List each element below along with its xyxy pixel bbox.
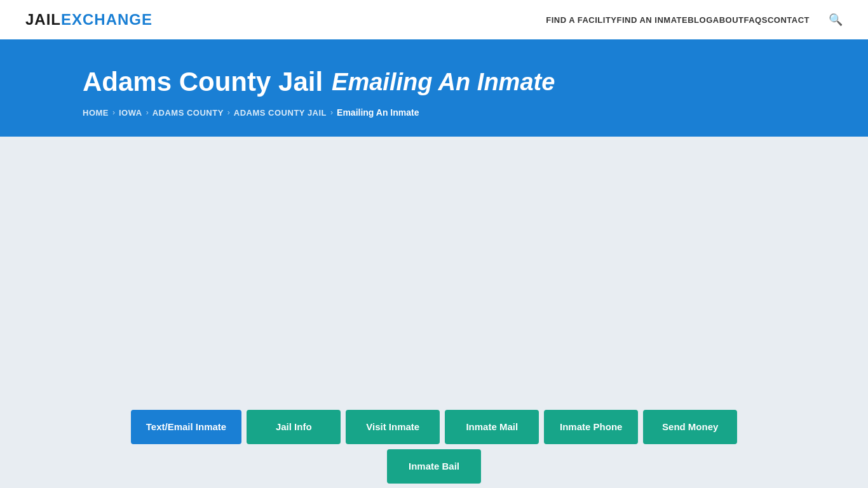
tab-btn-text-email-inmate[interactable]: Text/Email Inmate <box>131 410 241 444</box>
tabs-section: Text/Email InmateJail InfoVisit InmateIn… <box>0 410 868 488</box>
hero-section: Adams County Jail Emailing An Inmate Hom… <box>0 41 868 137</box>
tab-btn-inmate-bail[interactable]: Inmate Bail <box>387 449 481 484</box>
search-button[interactable]: 🔍 <box>829 13 843 27</box>
breadcrumb-link-iowa[interactable]: Iowa <box>119 108 142 118</box>
breadcrumb-link-adams-county[interactable]: Adams County <box>153 108 224 118</box>
tab-btn-jail-info[interactable]: Jail Info <box>247 410 341 444</box>
nav-item-faqs[interactable]: FAQs <box>744 15 768 25</box>
nav-item-blog[interactable]: BLOG <box>688 15 713 25</box>
nav-item-find-inmate[interactable]: FIND AN INMATE <box>617 15 688 25</box>
tab-btn-inmate-mail[interactable]: Inmate Mail <box>445 410 539 444</box>
breadcrumb-separator: › <box>146 108 149 117</box>
logo-jail: JAIL <box>25 11 61 28</box>
breadcrumb-separator: › <box>112 108 115 117</box>
page-title-sub: Emailing An Inmate <box>332 69 555 96</box>
tab-btn-inmate-phone[interactable]: Inmate Phone <box>544 410 638 444</box>
breadcrumb: Home›Iowa›Adams County›Adams County Jail… <box>83 107 785 118</box>
main-content-area <box>0 137 868 410</box>
page-title-main: Adams County Jail <box>83 67 323 97</box>
tab-btn-visit-inmate[interactable]: Visit Inmate <box>346 410 440 444</box>
breadcrumb-separator: › <box>227 108 230 117</box>
tab-btn-send-money[interactable]: Send Money <box>643 410 737 444</box>
main-nav: FIND A FACILITYFIND AN INMATEBLOGABOUTFA… <box>546 13 843 27</box>
page-title: Adams County Jail Emailing An Inmate <box>83 67 785 97</box>
nav-item-contact[interactable]: CONTACT <box>768 15 810 25</box>
site-logo[interactable]: JAILEXCHANGE <box>25 11 153 29</box>
nav-item-find-facility[interactable]: FIND A FACILITY <box>546 15 616 25</box>
logo-exchange: EXCHANGE <box>61 11 153 28</box>
nav-item-about[interactable]: ABOUT <box>713 15 744 25</box>
tabs-row-1: Text/Email InmateJail InfoVisit InmateIn… <box>83 410 785 484</box>
breadcrumb-current: Emailing An Inmate <box>337 107 419 118</box>
breadcrumb-link-home[interactable]: Home <box>83 108 109 118</box>
site-header: JAILEXCHANGE FIND A FACILITYFIND AN INMA… <box>0 0 868 41</box>
breadcrumb-link-adams-county-jail[interactable]: Adams County Jail <box>234 108 327 118</box>
breadcrumb-separator: › <box>330 108 333 117</box>
